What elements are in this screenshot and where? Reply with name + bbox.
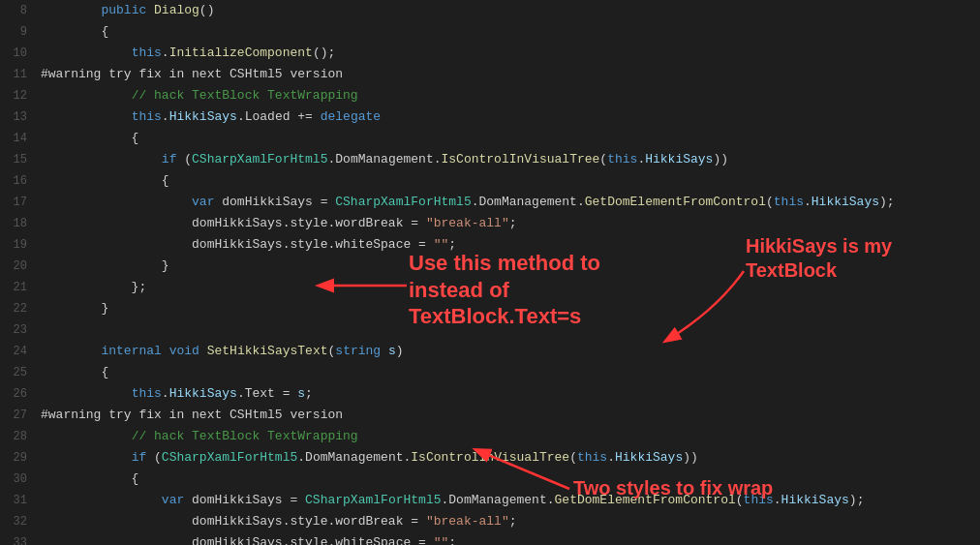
- line-content: {: [41, 469, 138, 490]
- line-content: if (CSharpXamlForHtml5.DomManagement.IsC…: [41, 447, 698, 469]
- table-row: 17 var domHikkiSays = CSharpXamlForHtml5…: [0, 192, 980, 213]
- line-number: 27: [0, 405, 41, 426]
- line-number: 13: [0, 106, 41, 128]
- line-content: domHikkiSays.style.wordBreak = "break-al…: [41, 511, 517, 532]
- table-row: 11#warning try fix in next CSHtml5 versi…: [0, 64, 980, 85]
- line-number: 29: [0, 447, 41, 469]
- line-number: 16: [0, 170, 41, 192]
- line-content: domHikkiSays.style.whiteSpace = "";: [41, 234, 456, 256]
- line-number: 9: [0, 21, 41, 43]
- table-row: 25 {: [0, 362, 980, 383]
- line-number: 20: [0, 256, 41, 277]
- table-row: 8 public Dialog(): [0, 0, 980, 21]
- line-content: domHikkiSays.style.whiteSpace = "";: [41, 532, 456, 545]
- line-number: 21: [0, 277, 41, 298]
- line-content: public Dialog(): [41, 0, 214, 21]
- line-number: 19: [0, 234, 41, 256]
- line-content: if (CSharpXamlForHtml5.DomManagement.IsC…: [41, 149, 728, 170]
- line-content: this.InitializeComponent();: [41, 43, 335, 64]
- table-row: 19 domHikkiSays.style.whiteSpace = "";: [0, 234, 980, 256]
- table-row: 31 var domHikkiSays = CSharpXamlForHtml5…: [0, 490, 980, 511]
- table-row: 13 this.HikkiSays.Loaded += delegate: [0, 106, 980, 128]
- line-number: 22: [0, 298, 41, 319]
- line-content: this.HikkiSays.Loaded += delegate: [41, 106, 381, 128]
- line-content: this.HikkiSays.Text = s;: [41, 383, 313, 405]
- table-row: 18 domHikkiSays.style.wordBreak = "break…: [0, 213, 980, 234]
- table-row: 29 if (CSharpXamlForHtml5.DomManagement.…: [0, 447, 980, 469]
- line-content: var domHikkiSays = CSharpXamlForHtml5.Do…: [41, 192, 895, 213]
- line-number: 12: [0, 85, 41, 106]
- line-number: 17: [0, 192, 41, 213]
- table-row: 20 }: [0, 256, 980, 277]
- table-row: 10 this.InitializeComponent();: [0, 43, 980, 64]
- table-row: 26 this.HikkiSays.Text = s;: [0, 383, 980, 405]
- table-row: 27#warning try fix in next CSHtml5 versi…: [0, 405, 980, 426]
- table-row: 21 };: [0, 277, 980, 298]
- line-number: 23: [0, 319, 41, 341]
- table-row: 28 // hack TextBlock TextWrapping: [0, 426, 980, 447]
- line-content: {: [41, 21, 108, 43]
- line-content: #warning try fix in next CSHtml5 version: [41, 405, 343, 426]
- line-number: 11: [0, 64, 41, 85]
- line-content: internal void SetHikkiSaysText(string s): [41, 341, 404, 362]
- code-viewer: 8 public Dialog()9 {10 this.InitializeCo…: [0, 0, 980, 545]
- table-row: 12 // hack TextBlock TextWrapping: [0, 85, 980, 106]
- line-number: 28: [0, 426, 41, 447]
- line-content: }: [41, 256, 169, 277]
- line-number: 14: [0, 128, 41, 149]
- line-content: }: [41, 298, 108, 319]
- line-content: // hack TextBlock TextWrapping: [41, 426, 358, 447]
- line-number: 26: [0, 383, 41, 405]
- table-row: 16 {: [0, 170, 980, 192]
- line-content: domHikkiSays.style.wordBreak = "break-al…: [41, 213, 517, 234]
- line-content: {: [41, 362, 108, 383]
- line-number: 31: [0, 490, 41, 511]
- table-row: 23: [0, 319, 980, 341]
- table-row: 15 if (CSharpXamlForHtml5.DomManagement.…: [0, 149, 980, 170]
- line-number: 30: [0, 469, 41, 490]
- line-content: {: [41, 170, 169, 192]
- line-content: var domHikkiSays = CSharpXamlForHtml5.Do…: [41, 490, 864, 511]
- line-number: 8: [0, 0, 41, 21]
- line-number: 33: [0, 532, 41, 545]
- code-block: 8 public Dialog()9 {10 this.InitializeCo…: [0, 0, 980, 545]
- line-content: #warning try fix in next CSHtml5 version: [41, 64, 343, 85]
- line-content: // hack TextBlock TextWrapping: [41, 85, 358, 106]
- table-row: 24 internal void SetHikkiSaysText(string…: [0, 341, 980, 362]
- table-row: 30 {: [0, 469, 980, 490]
- line-content: {: [41, 128, 138, 149]
- line-content: };: [41, 277, 146, 298]
- line-number: 32: [0, 511, 41, 532]
- table-row: 33 domHikkiSays.style.whiteSpace = "";: [0, 532, 980, 545]
- line-number: 18: [0, 213, 41, 234]
- line-number: 15: [0, 149, 41, 170]
- table-row: 32 domHikkiSays.style.wordBreak = "break…: [0, 511, 980, 532]
- line-number: 24: [0, 341, 41, 362]
- table-row: 14 {: [0, 128, 980, 149]
- line-number: 25: [0, 362, 41, 383]
- table-row: 22 }: [0, 298, 980, 319]
- line-number: 10: [0, 43, 41, 64]
- table-row: 9 {: [0, 21, 980, 43]
